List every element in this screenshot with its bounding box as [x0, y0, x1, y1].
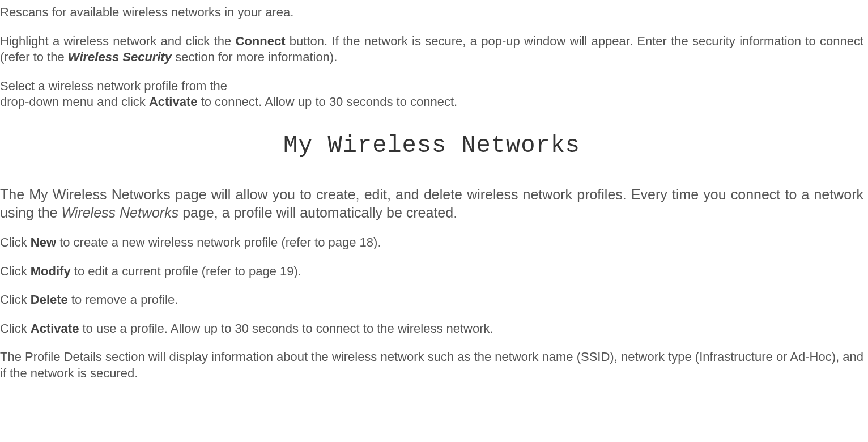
- text: Click: [0, 235, 31, 249]
- activate-bold-2: Activate: [31, 321, 79, 335]
- wireless-networks-italic: Wireless Networks: [61, 205, 178, 220]
- paragraph-details: The Profile Details section will display…: [0, 349, 863, 381]
- text: page, a profile will automatically be cr…: [178, 205, 457, 220]
- text: Click: [0, 292, 31, 307]
- modify-bold: Modify: [31, 264, 71, 278]
- paragraph-new: Click New to create a new wireless netwo…: [0, 235, 863, 251]
- text: Highlight a wireless network and click t…: [0, 34, 236, 48]
- text: Click: [0, 321, 31, 335]
- paragraph-activate: Click Activate to use a profile. Allow u…: [0, 321, 863, 337]
- text: to use a profile. Allow up to 30 seconds…: [79, 321, 493, 335]
- delete-bold: Delete: [31, 292, 68, 307]
- heading-my-wireless-networks: My Wireless Networks: [0, 132, 863, 159]
- text: Rescans for available wireless networks …: [0, 5, 293, 19]
- text: drop-down menu and click: [0, 95, 149, 109]
- text: The Profile Details section will display…: [0, 350, 863, 380]
- paragraph-rescan: Rescans for available wireless networks …: [0, 5, 863, 21]
- text: to remove a profile.: [68, 292, 178, 307]
- text: section for more information).: [172, 50, 337, 64]
- text: to connect. Allow up to 30 seconds to co…: [198, 95, 458, 109]
- text: Click: [0, 264, 31, 278]
- activate-bold: Activate: [149, 95, 198, 109]
- new-bold: New: [31, 235, 56, 249]
- wireless-security-bold-italic: Wireless Security: [68, 50, 172, 64]
- paragraph-intro: The My Wireless Networks page will allow…: [0, 185, 863, 222]
- text: to edit a current profile (refer to page…: [71, 264, 301, 278]
- text: Select a wireless network profile from t…: [0, 79, 227, 93]
- paragraph-modify: Click Modify to edit a current profile (…: [0, 264, 863, 280]
- text: to create a new wireless network profile…: [56, 235, 381, 249]
- paragraph-select: Select a wireless network profile from t…: [0, 78, 863, 110]
- paragraph-delete: Click Delete to remove a profile.: [0, 292, 863, 308]
- connect-bold: Connect: [236, 34, 286, 48]
- paragraph-highlight: Highlight a wireless network and click t…: [0, 33, 863, 66]
- document-content: Rescans for available wireless networks …: [0, 5, 863, 382]
